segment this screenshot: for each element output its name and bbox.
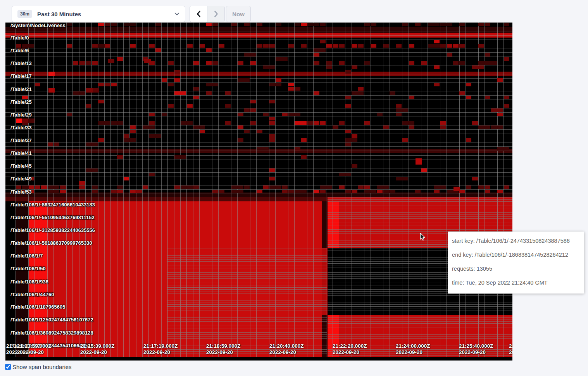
heat-cell bbox=[244, 185, 250, 189]
heat-cell bbox=[453, 44, 459, 48]
heat-cell bbox=[402, 121, 414, 125]
heat-cell bbox=[98, 121, 110, 125]
heat-cell bbox=[155, 48, 161, 52]
heat-cell bbox=[288, 190, 294, 193]
heat-cell bbox=[472, 177, 478, 180]
heat-cell bbox=[212, 61, 218, 65]
heat-cell bbox=[124, 134, 129, 137]
heat-cell bbox=[364, 23, 370, 26]
heat-cell bbox=[276, 57, 288, 60]
heat-cell bbox=[250, 108, 256, 112]
heat-cell bbox=[168, 104, 174, 108]
row-label: /Table/17 bbox=[10, 73, 32, 79]
heat-cell bbox=[478, 23, 484, 26]
heat-cell bbox=[333, 44, 338, 48]
heat-cell bbox=[421, 61, 427, 65]
heat-cell bbox=[67, 23, 72, 26]
heat-cell bbox=[174, 185, 180, 189]
row-label: /Table/106/1/44760 bbox=[10, 292, 54, 297]
heat-cell bbox=[193, 185, 199, 189]
time-nav-group bbox=[190, 6, 225, 22]
heat-cell bbox=[504, 185, 510, 189]
heat-cell bbox=[339, 61, 345, 65]
heat-cell bbox=[111, 190, 117, 193]
heat-cell bbox=[238, 78, 250, 82]
heat-cell bbox=[459, 61, 465, 65]
heat-cell bbox=[105, 83, 110, 86]
heat-cell bbox=[86, 61, 91, 65]
heat-cell bbox=[459, 190, 465, 193]
heat-cell bbox=[383, 125, 389, 129]
heat-cell bbox=[269, 138, 275, 142]
heat-cell bbox=[364, 61, 370, 65]
heat-cell bbox=[257, 44, 262, 48]
row-label: /Table/41 bbox=[10, 150, 32, 156]
heat-cell bbox=[225, 91, 231, 95]
heat-cell bbox=[466, 185, 472, 189]
heat-cell bbox=[491, 125, 503, 129]
heat-cell bbox=[396, 108, 408, 112]
now-button[interactable]: Now bbox=[226, 6, 251, 22]
heat-cell-highlight bbox=[86, 88, 93, 93]
heat-cell bbox=[92, 190, 98, 193]
previous-interval-button[interactable] bbox=[190, 6, 207, 22]
heat-cell bbox=[263, 65, 275, 69]
heat-cell bbox=[124, 138, 136, 142]
show-span-boundaries-checkbox[interactable] bbox=[5, 364, 11, 370]
heat-cell bbox=[339, 44, 345, 48]
heat-cell bbox=[307, 23, 319, 26]
heat-cell-highlight bbox=[416, 158, 422, 165]
heat-cell bbox=[149, 44, 155, 48]
heat-cell bbox=[206, 48, 212, 52]
heat-cell bbox=[276, 78, 281, 82]
heat-cell bbox=[288, 44, 294, 48]
heat-cell bbox=[396, 44, 402, 48]
heat-cell bbox=[149, 173, 155, 176]
heat-cell bbox=[377, 190, 383, 193]
heat-cell bbox=[345, 138, 357, 142]
tooltip-time: time: Tue, 20 Sep 2022 21:24:40 GMT bbox=[452, 278, 580, 287]
heat-cell bbox=[73, 91, 85, 95]
heat-cell bbox=[358, 185, 364, 189]
next-interval-button[interactable] bbox=[207, 6, 224, 22]
heat-cell bbox=[257, 23, 262, 26]
heat-cell bbox=[295, 147, 300, 150]
heat-cell bbox=[79, 185, 85, 189]
key-visualizer-heatmap[interactable]: /System/NodeLiveness/Table/0/Table/6/Tab… bbox=[5, 22, 512, 361]
heat-cell bbox=[206, 83, 218, 86]
heat-cell bbox=[244, 53, 256, 56]
heat-cell bbox=[269, 185, 281, 189]
heat-cell bbox=[98, 138, 104, 142]
heat-cell bbox=[86, 104, 91, 108]
heat-cell bbox=[200, 130, 205, 133]
heat-cell bbox=[472, 65, 478, 69]
heat-cell bbox=[352, 91, 364, 95]
heat-cell bbox=[345, 104, 351, 108]
heat-cell bbox=[225, 121, 231, 125]
heat-cell bbox=[269, 177, 275, 180]
heat-cell bbox=[79, 61, 85, 65]
heat-cell bbox=[478, 65, 484, 69]
heat-cell bbox=[67, 44, 72, 48]
heat-cell-highlight bbox=[48, 72, 55, 76]
heat-cell bbox=[162, 78, 167, 82]
time-tick-label: 21:15:39.000Z2022-09-20 bbox=[80, 343, 115, 355]
time-range-select[interactable]: 30m Past 30 Minutes bbox=[12, 6, 185, 22]
heat-cell bbox=[485, 96, 491, 99]
heat-cell bbox=[117, 185, 123, 189]
heat-cell bbox=[326, 65, 332, 69]
heat-cell bbox=[485, 53, 491, 56]
row-label: /Table/106/1/-8632471606610433183 bbox=[10, 202, 95, 208]
heat-cell bbox=[143, 125, 155, 129]
heat-cell bbox=[352, 190, 357, 193]
heat-cell bbox=[41, 185, 47, 189]
heat-cell bbox=[314, 61, 319, 65]
heat-cell bbox=[124, 23, 136, 26]
heat-cell bbox=[219, 44, 224, 48]
heat-cell bbox=[244, 23, 250, 26]
heat-cell bbox=[301, 138, 307, 142]
heat-cell bbox=[200, 44, 205, 48]
time-tick-label: 21:13:59.000Z2022-09-20 bbox=[17, 343, 52, 355]
heat-cell bbox=[428, 23, 440, 26]
row-label: /Table/33 bbox=[10, 125, 32, 130]
